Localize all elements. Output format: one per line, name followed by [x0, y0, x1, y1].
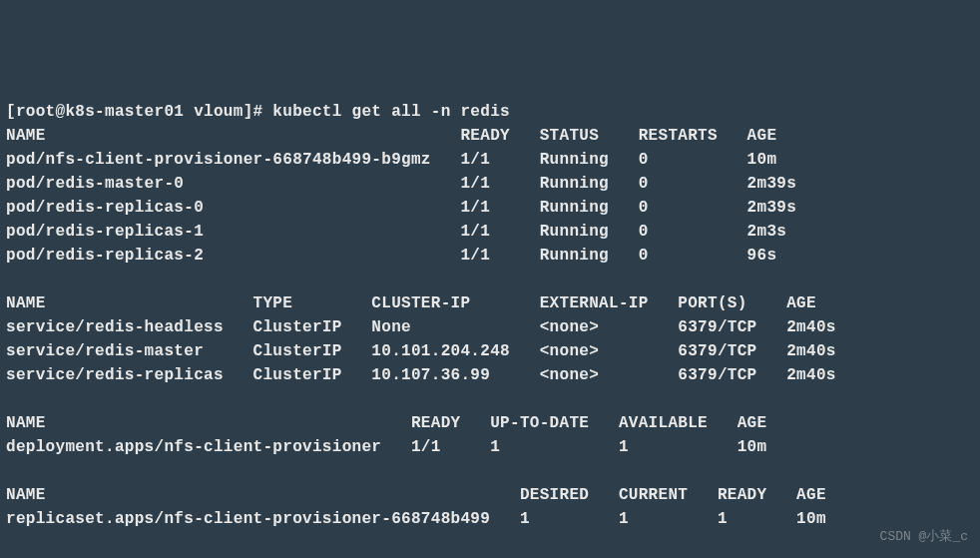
- service-row: service/redis-replicas ClusterIP 10.107.…: [6, 366, 836, 384]
- replicasets-header: NAME DESIRED CURRENT READY AGE: [6, 486, 826, 504]
- pod-row: pod/redis-master-0 1/1 Running 0 2m39s: [6, 175, 796, 193]
- pods-header: NAME READY STATUS RESTARTS AGE: [6, 127, 776, 145]
- command-prompt: [root@k8s-master01 vloum]# kubectl get a…: [6, 103, 510, 121]
- pod-row: pod/nfs-client-provisioner-668748b499-b9…: [6, 151, 776, 169]
- service-row: service/redis-master ClusterIP 10.101.20…: [6, 342, 836, 360]
- watermark: CSDN @小菜_c: [880, 527, 968, 547]
- service-row: service/redis-headless ClusterIP None <n…: [6, 318, 836, 336]
- deployment-row: deployment.apps/nfs-client-provisioner 1…: [6, 438, 766, 456]
- terminal-output: [root@k8s-master01 vloum]# kubectl get a…: [6, 100, 974, 558]
- pod-row: pod/redis-replicas-2 1/1 Running 0 96s: [6, 247, 776, 265]
- pod-row: pod/redis-replicas-0 1/1 Running 0 2m39s: [6, 199, 796, 217]
- deployments-header: NAME READY UP-TO-DATE AVAILABLE AGE: [6, 414, 766, 432]
- services-header: NAME TYPE CLUSTER-IP EXTERNAL-IP PORT(S)…: [6, 294, 816, 312]
- pod-row: pod/redis-replicas-1 1/1 Running 0 2m3s: [6, 223, 786, 241]
- replicaset-row: replicaset.apps/nfs-client-provisioner-6…: [6, 510, 826, 528]
